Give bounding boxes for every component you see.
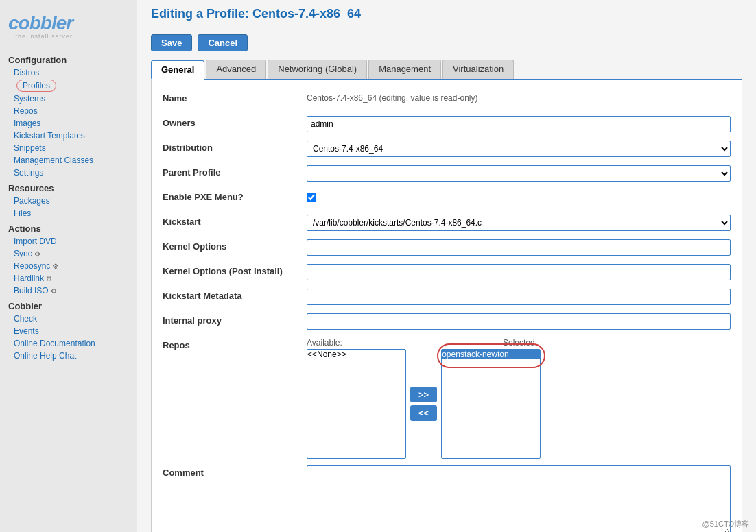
- logo: cobbler ...the install server: [0, 7, 137, 51]
- sidebar-item-files[interactable]: Files: [0, 207, 137, 219]
- kernel-options-input[interactable]: [307, 239, 731, 256]
- distribution-row: Distribution Centos-7.4-x86_64: [163, 141, 731, 158]
- sidebar-item-packages[interactable]: Packages: [0, 195, 137, 207]
- actions-section-title: Actions: [0, 219, 137, 235]
- owners-input[interactable]: [307, 116, 731, 132]
- kernel-options-row: Kernel Options: [163, 239, 731, 257]
- repos-col-labels: Available: Selected:: [307, 338, 731, 348]
- build-iso-icon: ⚙: [51, 287, 57, 295]
- sync-label: Sync: [14, 249, 32, 258]
- repos-selected-list[interactable]: openstack-newton: [441, 349, 541, 459]
- name-value: Centos-7.4-x86_64 (editing, value is rea…: [307, 91, 731, 103]
- name-row: Name Centos-7.4-x86_64 (editing, value i…: [163, 91, 731, 109]
- kickstart-metadata-label: Kickstart Metadata: [163, 289, 307, 301]
- enable-pxe-label: Enable PXE Menu?: [163, 190, 307, 202]
- name-label: Name: [163, 91, 307, 104]
- sidebar-item-events[interactable]: Events: [0, 325, 137, 337]
- parent-profile-select[interactable]: [307, 165, 731, 182]
- distribution-select[interactable]: Centos-7.4-x86_64: [307, 141, 731, 157]
- sidebar-item-management-classes[interactable]: Management Classes: [0, 154, 137, 167]
- cancel-button[interactable]: Cancel: [198, 34, 248, 51]
- parent-profile-label: Parent Profile: [163, 165, 307, 178]
- main-content: Editing a Profile: Centos-7.4-x86_64 Sav…: [137, 0, 756, 532]
- tab-virtualization[interactable]: Virtualization: [442, 60, 514, 79]
- sidebar-item-systems[interactable]: Systems: [0, 93, 137, 105]
- move-left-button[interactable]: <<: [410, 405, 437, 421]
- reposync-label: Reposync: [14, 261, 50, 271]
- kickstart-metadata-input[interactable]: [307, 289, 731, 305]
- internal-proxy-input[interactable]: [307, 313, 731, 330]
- owners-label: Owners: [163, 116, 307, 128]
- kickstart-label: Kickstart: [163, 215, 307, 227]
- repos-label: Repos: [163, 338, 307, 350]
- sidebar-item-online-help[interactable]: Online Help Chat: [0, 350, 137, 362]
- repos-row: Repos Available: Selected: <<None>>: [163, 338, 731, 459]
- tab-management[interactable]: Management: [368, 60, 441, 79]
- hardlink-icon: ⚙: [46, 275, 52, 282]
- footer-text: @51CTO博客: [702, 519, 749, 529]
- repos-available-list[interactable]: <<None>>: [307, 349, 406, 459]
- sidebar-item-profiles[interactable]: Profiles: [16, 80, 56, 92]
- sidebar-item-check[interactable]: Check: [0, 313, 137, 325]
- save-button[interactable]: Save: [151, 34, 192, 51]
- repos-container: Available: Selected: <<None>> >> <<: [307, 338, 731, 459]
- reposync-icon: ⚙: [52, 263, 58, 270]
- repos-lists: <<None>> >> << openstack-newton: [307, 349, 731, 459]
- logo-text: cobbler: [8, 12, 73, 34]
- button-bar: Save Cancel: [151, 34, 742, 51]
- available-label: Available:: [307, 338, 406, 348]
- sidebar-item-snippets[interactable]: Snippets: [0, 142, 137, 154]
- hardlink-label: Hardlink: [14, 274, 44, 283]
- tab-advanced[interactable]: Advanced: [206, 60, 266, 79]
- selected-openstack-option: openstack-newton: [442, 350, 540, 359]
- parent-profile-row: Parent Profile: [163, 165, 731, 183]
- move-right-button[interactable]: >>: [410, 387, 437, 402]
- distribution-label: Distribution: [163, 141, 307, 153]
- tab-networking-global[interactable]: Networking (Global): [268, 60, 367, 79]
- tab-general[interactable]: General: [151, 60, 204, 80]
- selected-wrapper: openstack-newton: [441, 349, 541, 459]
- sidebar: cobbler ...the install server Configurat…: [0, 0, 137, 532]
- sidebar-item-online-doc[interactable]: Online Documentation: [0, 337, 137, 350]
- build-iso-label: Build ISO: [14, 286, 49, 295]
- config-section-title: Configuration: [0, 51, 137, 66]
- sidebar-item-distros[interactable]: Distros: [0, 66, 137, 79]
- selected-label: Selected:: [438, 338, 537, 348]
- kernel-options-label: Kernel Options: [163, 239, 307, 252]
- sidebar-item-import-dvd[interactable]: Import DVD: [0, 235, 137, 247]
- comment-row: Comment: [163, 466, 731, 532]
- kernel-options-post-row: Kernel Options (Post Install): [163, 264, 731, 282]
- kickstart-metadata-row: Kickstart Metadata: [163, 289, 731, 306]
- enable-pxe-checkbox[interactable]: [307, 193, 316, 202]
- resources-section-title: Resources: [0, 179, 137, 195]
- form-panel: Name Centos-7.4-x86_64 (editing, value i…: [151, 80, 742, 532]
- tabs: General Advanced Networking (Global) Man…: [151, 60, 742, 80]
- repos-arrows: >> <<: [410, 387, 437, 421]
- kernel-options-post-input[interactable]: [307, 264, 731, 280]
- sync-icon: ⚙: [34, 250, 40, 258]
- page-title: Editing a Profile: Centos-7.4-x86_64: [151, 7, 742, 27]
- cobbler-section-title: Cobbler: [0, 297, 137, 313]
- comment-label: Comment: [163, 466, 307, 478]
- logo-subtitle: ...the install server: [8, 33, 128, 40]
- sidebar-item-reposync[interactable]: Reposync ⚙: [0, 260, 137, 272]
- sidebar-item-kickstart-templates[interactable]: Kickstart Templates: [0, 130, 137, 142]
- sidebar-item-settings[interactable]: Settings: [0, 167, 137, 179]
- internal-proxy-row: Internal proxy: [163, 313, 731, 331]
- enable-pxe-row: Enable PXE Menu?: [163, 190, 731, 208]
- available-none-option: <<None>>: [307, 350, 405, 359]
- arrow-spacer: [406, 338, 438, 348]
- kickstart-row: Kickstart /var/lib/cobbler/kickstarts/Ce…: [163, 215, 731, 232]
- sidebar-item-sync[interactable]: Sync ⚙: [0, 247, 137, 260]
- kernel-options-post-label: Kernel Options (Post Install): [163, 264, 307, 276]
- kickstart-select[interactable]: /var/lib/cobbler/kickstarts/Centos-7.4-x…: [307, 215, 731, 231]
- internal-proxy-label: Internal proxy: [163, 313, 307, 326]
- sidebar-item-build-iso[interactable]: Build ISO ⚙: [0, 285, 137, 297]
- owners-row: Owners: [163, 116, 731, 134]
- sidebar-item-images[interactable]: Images: [0, 117, 137, 130]
- sidebar-item-repos[interactable]: Repos: [0, 105, 137, 117]
- sidebar-item-hardlink[interactable]: Hardlink ⚙: [0, 272, 137, 285]
- comment-textarea[interactable]: [307, 466, 731, 532]
